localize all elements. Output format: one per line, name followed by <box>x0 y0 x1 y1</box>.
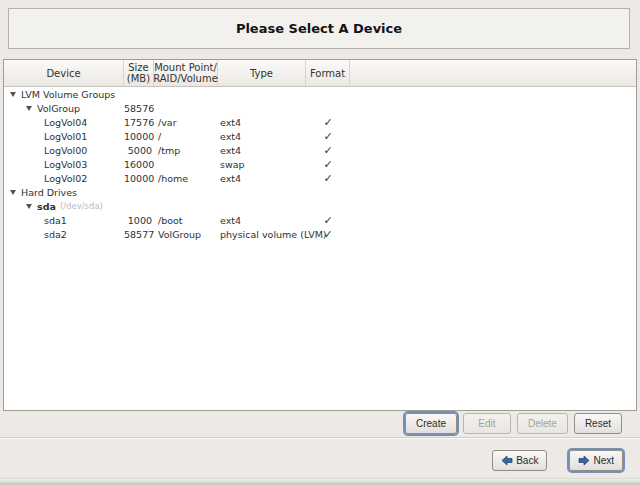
column-header-type-label: Type <box>250 68 273 79</box>
device-cell: sda(/dev/sda) <box>4 201 124 212</box>
type-cell: ext4 <box>218 131 306 142</box>
mount-point-cell: /boot <box>154 215 218 226</box>
mount-point-cell: /tmp <box>154 145 218 156</box>
horizontal-separator <box>0 437 640 439</box>
format-check-icon: ✓ <box>323 130 332 143</box>
format-check-icon: ✓ <box>323 172 332 185</box>
device-label: LogVol00 <box>44 145 87 156</box>
mount-point-cell: /var <box>154 117 218 128</box>
format-check-icon: ✓ <box>323 214 332 227</box>
column-header-format: Format <box>306 60 350 86</box>
device-cell: LogVol02 <box>4 173 124 184</box>
expander-down-icon[interactable] <box>26 106 32 111</box>
type-cell: swap <box>218 159 306 170</box>
column-header-device-label: Device <box>46 68 80 79</box>
table-row[interactable]: LogVol04 17576 /var ext4 ✓ <box>4 115 636 129</box>
device-label: Hard Drives <box>21 187 77 198</box>
column-header-size-line2: (MB) <box>127 73 150 84</box>
mount-point-cell: / <box>154 131 218 142</box>
size-cell: 1000 <box>124 215 154 226</box>
format-check-icon: ✓ <box>323 116 332 129</box>
device-cell: Hard Drives <box>4 187 124 198</box>
device-label: sda2 <box>44 229 67 240</box>
edit-button: Edit <box>463 413 511 434</box>
size-cell: 10000 <box>124 173 154 184</box>
device-cell: LogVol04 <box>4 117 124 128</box>
type-cell: physical volume (LVM) <box>218 229 306 240</box>
table-row[interactable]: LogVol02 10000 /home ext4 ✓ <box>4 171 636 185</box>
column-header-size: Size (MB) <box>124 60 154 86</box>
device-label: sda1 <box>44 215 67 226</box>
table-row[interactable]: Hard Drives <box>4 185 636 199</box>
table-row[interactable]: LogVol01 10000 / ext4 ✓ <box>4 129 636 143</box>
device-tree-table: Device Size (MB) Mount Point/ RAID/Volum… <box>3 59 637 411</box>
page-title: Please Select A Device <box>236 21 402 36</box>
table-row[interactable]: LogVol00 5000 /tmp ext4 ✓ <box>4 143 636 157</box>
format-check-icon: ✓ <box>323 158 332 171</box>
action-button-bar: CreateEditDeleteReset <box>0 413 622 434</box>
column-header-format-label: Format <box>310 68 345 79</box>
next-arrow-icon <box>578 455 590 466</box>
size-cell: 58576 <box>124 103 154 114</box>
create-button[interactable]: Create <box>405 413 457 434</box>
delete-button: Delete <box>517 413 568 434</box>
format-cell: ✓ <box>306 145 350 156</box>
expander-down-icon[interactable] <box>26 204 32 209</box>
format-cell: ✓ <box>306 117 350 128</box>
size-cell: 58577 <box>124 229 154 240</box>
table-row[interactable]: sda2 58577 VolGroup physical volume (LVM… <box>4 227 636 241</box>
device-label: VolGroup <box>37 103 80 114</box>
table-body: LVM Volume Groups VolGroup 58576 LogVol0… <box>4 87 636 410</box>
next-button-label: Next <box>593 455 614 466</box>
type-cell: ext4 <box>218 117 306 128</box>
device-label: sda <box>37 201 56 212</box>
device-cell: LogVol03 <box>4 159 124 170</box>
table-header-row: Device Size (MB) Mount Point/ RAID/Volum… <box>4 60 636 87</box>
device-cell: LVM Volume Groups <box>4 89 124 100</box>
table-row[interactable]: LVM Volume Groups <box>4 87 636 101</box>
column-header-type: Type <box>218 60 306 86</box>
column-header-filler <box>350 60 636 86</box>
table-row[interactable]: sda(/dev/sda) <box>4 199 636 213</box>
nav-button-bar: Back Next <box>492 450 623 471</box>
table-row[interactable]: sda1 1000 /boot ext4 ✓ <box>4 213 636 227</box>
type-cell: ext4 <box>218 145 306 156</box>
device-label: LogVol01 <box>44 131 87 142</box>
expander-down-icon[interactable] <box>10 190 16 195</box>
size-cell: 16000 <box>124 159 154 170</box>
mount-point-cell: VolGroup <box>154 229 218 240</box>
type-cell: ext4 <box>218 215 306 226</box>
column-header-size-line1: Size <box>128 62 149 73</box>
type-cell: ext4 <box>218 173 306 184</box>
back-button-label: Back <box>516 455 538 466</box>
mount-point-cell: /home <box>154 173 218 184</box>
table-row[interactable]: LogVol03 16000 swap ✓ <box>4 157 636 171</box>
size-cell: 10000 <box>124 131 154 142</box>
column-header-mount-line1: Mount Point/ <box>154 62 217 73</box>
format-cell: ✓ <box>306 229 350 240</box>
size-cell: 17576 <box>124 117 154 128</box>
back-button[interactable]: Back <box>492 450 547 471</box>
device-label: LogVol03 <box>44 159 87 170</box>
device-label: LogVol02 <box>44 173 87 184</box>
device-cell: VolGroup <box>4 103 124 114</box>
column-header-mount-point: Mount Point/ RAID/Volume <box>154 60 218 86</box>
device-path-note: (/dev/sda) <box>60 201 103 211</box>
back-arrow-icon <box>501 455 513 466</box>
next-button[interactable]: Next <box>569 450 623 471</box>
device-cell: LogVol01 <box>4 131 124 142</box>
window-bottom-edge <box>0 478 640 485</box>
reset-button[interactable]: Reset <box>574 413 622 434</box>
format-cell: ✓ <box>306 159 350 170</box>
device-cell: LogVol00 <box>4 145 124 156</box>
format-cell: ✓ <box>306 173 350 184</box>
device-cell: sda1 <box>4 215 124 226</box>
format-cell: ✓ <box>306 131 350 142</box>
column-header-device: Device <box>4 60 124 86</box>
expander-down-icon[interactable] <box>10 92 16 97</box>
table-row[interactable]: VolGroup 58576 <box>4 101 636 115</box>
device-label: LVM Volume Groups <box>21 89 115 100</box>
header-title-bar: Please Select A Device <box>8 8 630 49</box>
device-cell: sda2 <box>4 229 124 240</box>
format-cell: ✓ <box>306 215 350 226</box>
